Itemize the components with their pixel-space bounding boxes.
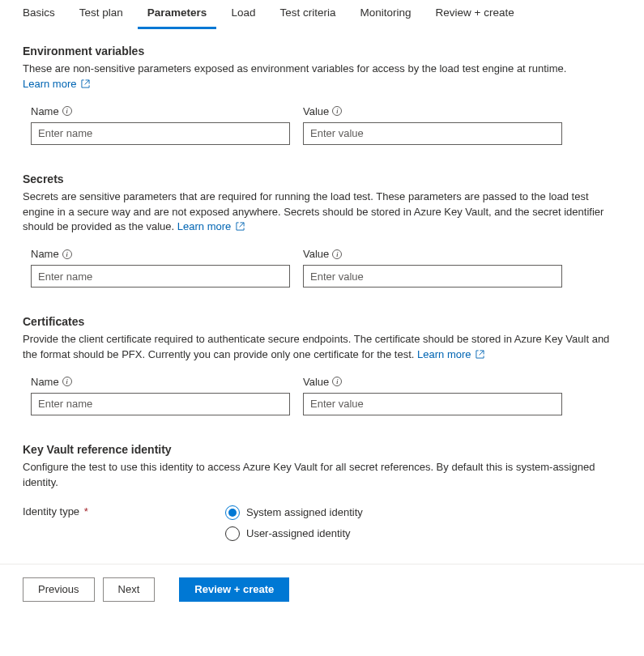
env-value-label: Value [303,105,562,117]
env-name-label: Name [31,105,290,117]
identity-type-label: Identity type * [23,505,225,518]
info-icon[interactable] [62,249,72,259]
certificates-row: Name Value [23,368,621,415]
radio-system-assigned[interactable]: System assigned identity [225,505,363,520]
cert-name-label-text: Name [31,376,59,388]
radio-user-assigned[interactable]: User-assigned identity [225,526,363,541]
info-icon[interactable] [62,106,72,116]
env-vars-desc-text: These are non-sensitive parameters expos… [23,62,566,75]
tab-parameters[interactable]: Parameters [138,0,217,29]
env-vars-learn-more-link[interactable]: Learn more [23,78,90,90]
secret-name-label-text: Name [31,248,59,260]
cert-value-input[interactable] [303,393,562,415]
tab-test-plan[interactable]: Test plan [70,0,133,29]
secret-value-input[interactable] [303,265,562,288]
secret-name-label: Name [31,248,290,260]
env-value-input[interactable] [303,122,562,145]
tab-test-criteria[interactable]: Test criteria [270,0,345,29]
radio-circle-icon [225,505,240,520]
learn-more-label: Learn more [417,348,471,360]
certificates-desc-text: Provide the client certificate required … [23,333,609,360]
env-vars-desc: These are non-sensitive parameters expos… [23,62,621,92]
env-vars-title: Environment variables [23,45,621,58]
certificates-section: Certificates Provide the client certific… [23,315,621,415]
external-link-icon [476,350,484,359]
certificates-title: Certificates [23,315,621,328]
wizard-footer: Previous Next Review + create [0,564,644,615]
learn-more-label: Learn more [23,78,76,90]
keyvault-title: Key Vault reference identity [23,443,621,456]
wizard-tabs: Basics Test plan Parameters Load Test cr… [0,0,644,30]
env-value-col: Value [303,105,562,145]
previous-button[interactable]: Previous [23,577,95,602]
external-link-icon [236,222,245,231]
cert-name-col: Name [31,376,290,415]
tab-review-create[interactable]: Review + create [425,0,523,29]
env-name-input[interactable] [31,122,290,145]
cert-value-label-text: Value [303,376,329,388]
required-indicator: * [84,505,88,518]
tab-monitoring[interactable]: Monitoring [350,0,420,29]
env-vars-row: Name Value [23,97,621,145]
info-icon[interactable] [62,377,72,386]
env-name-label-text: Name [31,105,59,117]
external-link-icon [81,79,90,88]
cert-value-col: Value [303,376,562,415]
review-create-button[interactable]: Review + create [179,577,289,602]
env-vars-section: Environment variables These are non-sens… [23,45,621,145]
secrets-row: Name Value [23,240,621,288]
learn-more-label: Learn more [177,220,231,232]
env-value-label-text: Value [303,105,329,117]
parameters-panel: Environment variables These are non-sens… [0,30,644,541]
next-button[interactable]: Next [103,577,156,602]
cert-name-input[interactable] [31,393,290,415]
secret-value-label-text: Value [303,248,329,260]
tab-basics[interactable]: Basics [13,0,65,29]
info-icon[interactable] [332,377,342,386]
cert-name-label: Name [31,376,290,388]
certificates-desc: Provide the client certificate required … [23,332,621,363]
secret-value-col: Value [303,248,562,288]
info-icon[interactable] [332,106,342,116]
secrets-learn-more-link[interactable]: Learn more [177,220,245,232]
secrets-desc-text: Secrets are sensitive parameters that ar… [23,190,603,233]
radio-circle-icon [225,526,240,541]
secrets-desc: Secrets are sensitive parameters that ar… [23,190,621,236]
identity-type-row: Identity type * System assigned identity… [23,496,621,541]
secrets-section: Secrets Secrets are sensitive parameters… [23,173,621,288]
cert-value-label: Value [303,376,562,388]
keyvault-desc: Configure the test to use this identity … [23,460,621,491]
secret-name-input[interactable] [31,265,290,288]
env-name-col: Name [31,105,290,145]
identity-type-radio-group: System assigned identity User-assigned i… [225,505,363,541]
keyvault-identity-section: Key Vault reference identity Configure t… [23,443,621,541]
radio-user-label: User-assigned identity [246,527,351,539]
tab-load[interactable]: Load [221,0,265,29]
info-icon[interactable] [332,249,342,259]
radio-system-label: System assigned identity [246,506,363,518]
certificates-learn-more-link[interactable]: Learn more [417,348,484,360]
secret-value-label: Value [303,248,562,260]
identity-type-label-text: Identity type [23,505,79,518]
secret-name-col: Name [31,248,290,288]
secrets-title: Secrets [23,173,621,185]
